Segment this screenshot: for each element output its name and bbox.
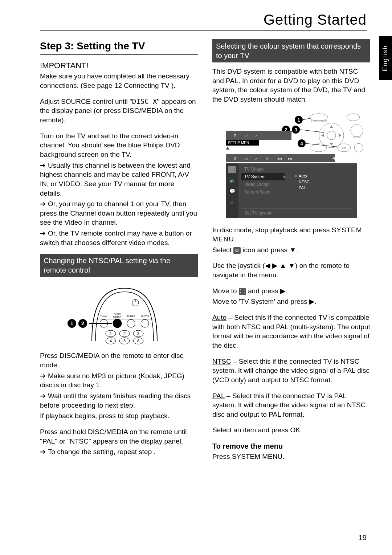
remove-menu-body: Press SYSTEM MENU. (212, 452, 370, 461)
option-auto: Auto – Select this if the connected TV i… (212, 313, 370, 350)
intro-colour: This DVD system is compatible with both … (212, 67, 370, 104)
callout-1-2: 1 , 2 (68, 319, 87, 328)
sub-heading-ntscpal: Changing the NTSC/PAL setting via the re… (40, 254, 198, 277)
callout-1: 1 (297, 117, 300, 123)
svg-text:4: 4 (109, 339, 111, 343)
option-pal: PAL – Select this if the connected TV is… (212, 391, 370, 419)
tip-no-mp3: Make sure no MP3 or picture (Kodak, JPEG… (40, 371, 198, 390)
header-rule (40, 30, 367, 31)
text: and press ▶. (246, 287, 287, 295)
step-joystick: Use the joystick (◀ ▶ ▲ ▼) on the remote… (212, 261, 370, 279)
ff-icon: ▶▶ (288, 157, 293, 160)
svg-text:▭: ▭ (244, 133, 248, 137)
svg-text:2: 2 (123, 331, 125, 336)
label-tuner: TUNER (126, 315, 135, 318)
label-media: MEDIA (113, 315, 121, 318)
step-move-to-tv-icon: Move to ⛶ and press ▶. (212, 286, 370, 296)
text: Move to (212, 287, 239, 295)
lock-icon: ⌂ (231, 199, 234, 205)
tip-wait-read: Wait until the system finishes reading t… (40, 391, 198, 410)
tip-channel-name: Usually this channel is between the lowe… (40, 161, 198, 198)
tip-remote-mode: Or, the TV remote control may have a but… (40, 229, 198, 247)
svg-text:1: 1 (109, 331, 111, 336)
opt-ntsc: NTSC (299, 180, 310, 184)
paragraph-stop-playback: If playback begins, press to stop playba… (40, 411, 198, 421)
page-number: 19 (359, 534, 367, 542)
remote-nav-cluster-icon: SYSTEM MENU ZOOM OK (310, 113, 364, 152)
btn-auxdi (141, 319, 149, 327)
tip-repeat-step: To change the setting, repeat step . (40, 447, 198, 457)
text: In disc mode, stop playback and press (212, 226, 331, 234)
subtitle-icon: 💬 (229, 188, 236, 194)
svg-point-17 (347, 114, 360, 121)
callout-4: 4 (300, 141, 303, 146)
left-column: Step 3: Setting the TV IMPORTANT! Make s… (40, 39, 198, 468)
text: Select (212, 246, 233, 254)
label-system-menu: SYSTEM MENU (310, 120, 326, 122)
tv-small-icon: ⛶ (239, 288, 246, 295)
svg-line-27 (300, 130, 324, 132)
svg-text:⚙: ⚙ (233, 133, 237, 137)
svg-text:2: 2 (81, 321, 84, 326)
step-press-ok: Select an item and press OK. (212, 425, 370, 435)
text: – Select this if the connected TV is NTS… (212, 358, 369, 384)
chapter-title: Getting Started (264, 12, 367, 28)
text: icon and press ▼. (241, 246, 298, 254)
menu-tv-shape: TV Shape (244, 167, 264, 172)
option-ntsc: NTSC – Select this if the connected TV i… (212, 357, 370, 385)
step-system-menu: In disc mode, stop playback and press SY… (212, 225, 370, 244)
label-tvav: TV/AV (100, 315, 107, 318)
svg-text:♪: ♪ (255, 156, 257, 160)
label-zoom: ZOOM (353, 136, 360, 138)
sub-heading-colour-system: Selecting the colour system that corresp… (212, 39, 370, 62)
label-ok: OK (342, 146, 346, 150)
remove-menu-heading: To remove the menu (212, 441, 370, 451)
text: Auto (212, 314, 226, 321)
paragraph-discmedia: Press DISC/MEDIA on the remote to enter … (40, 351, 198, 370)
opt-auto: Auto (299, 174, 307, 178)
menu-video-output: Video Output (244, 182, 270, 187)
btn-tuner (127, 319, 135, 327)
dpad-right-icon (339, 134, 342, 137)
svg-point-19 (327, 131, 336, 140)
text: PAL (212, 392, 225, 400)
text: – Select this if the connected TV is PAL… (212, 392, 366, 418)
important-body: Make sure you have completed all the nec… (40, 72, 198, 90)
audio-icon: 🔈 (229, 177, 236, 183)
tip-channel-1: Or, you may go to channel 1 on your TV, … (40, 199, 198, 227)
sliders-icon: ⚙ (233, 247, 241, 254)
menu-screen-saver: Screen Saver (244, 189, 271, 195)
svg-text:♪: ♪ (255, 133, 257, 137)
text: NTSC (212, 358, 231, 365)
paragraph-source: Adjust SOURCE control until "DISC X" app… (40, 97, 198, 125)
dpad-left-icon (321, 134, 324, 137)
language-tab-label: English (382, 45, 389, 71)
dpad-down-icon (330, 143, 333, 146)
text: ). (171, 82, 176, 89)
text: – Select this if the connected TV is com… (212, 314, 370, 349)
btn-zoom (351, 125, 363, 137)
osd-help-bar: Set TV system (244, 211, 273, 216)
remote-diagram: TV/AV DISC/ MEDIA TUNER AUX/DI 1 2 3 4 5 (40, 283, 198, 344)
svg-text:6: 6 (137, 339, 139, 343)
step-move-tv-system: Move to 'TV System' and press ▶. (212, 297, 370, 306)
play-icon: ▷ (266, 156, 269, 160)
svg-line-29 (306, 143, 339, 147)
svg-text:3: 3 (137, 331, 139, 336)
opt-pal: PAL (299, 185, 306, 190)
label-disc: DISC/ (114, 313, 121, 315)
display-code: DISC X (132, 97, 157, 105)
svg-text:1: 1 (70, 321, 73, 326)
text: Adjust SOURCE control until " (40, 98, 132, 105)
svg-text:▭: ▭ (244, 156, 248, 160)
text: Connecting TV (124, 82, 169, 89)
label-auxdi: AUX/DI (140, 315, 149, 318)
language-tab: English (379, 36, 392, 80)
important-label: IMPORTANT! (40, 60, 198, 71)
dpad-up-icon (330, 125, 333, 128)
svg-text:5: 5 (123, 339, 125, 343)
menu-tv-system: TV System (244, 174, 266, 179)
manual-page: Getting Started English Step 3: Setting … (0, 0, 392, 555)
tv-icon: ⛶ (230, 167, 234, 172)
svg-point-21 (354, 143, 363, 152)
